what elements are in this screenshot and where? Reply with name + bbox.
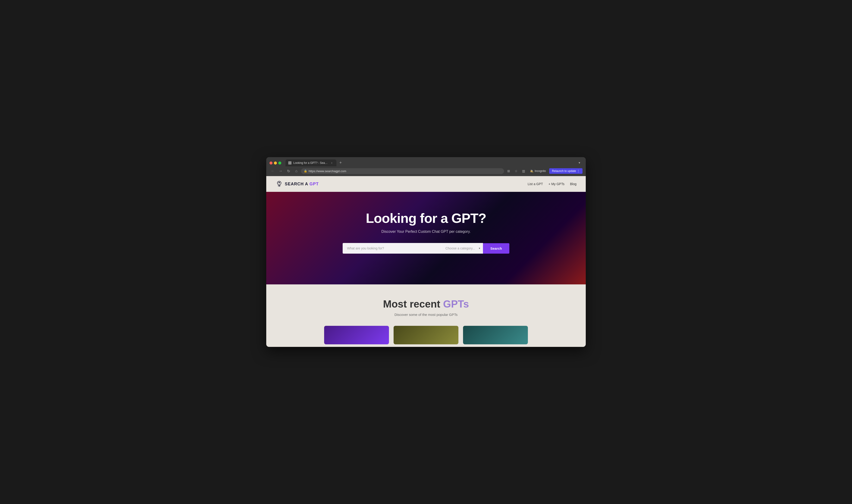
category-select[interactable]: Choose a category... Writing Productivit… (441, 243, 483, 254)
relaunch-button[interactable]: Relaunch to update ⋮ (549, 168, 583, 174)
relaunch-more-icon: ⋮ (577, 169, 580, 173)
tab-favicon (288, 161, 291, 164)
card-placeholder-3[interactable] (463, 326, 528, 344)
close-button[interactable] (269, 162, 272, 164)
logo-icon (276, 180, 283, 188)
logo[interactable]: SEARCH A GPT (276, 180, 319, 188)
logo-text: SEARCH A GPT (285, 182, 319, 186)
recent-subtitle: Discover some of the most popular GPTs (276, 313, 576, 317)
relaunch-label: Relaunch to update (552, 169, 576, 173)
logo-text-part1: SEARCH A (285, 182, 309, 186)
reload-button[interactable]: ↻ (285, 168, 292, 174)
maximize-button[interactable] (278, 162, 281, 164)
url-security-icon: 🔒 (304, 169, 307, 173)
site-nav: List a GPT + My GPTs Blog (528, 182, 576, 186)
search-form: Choose a category... Writing Productivit… (343, 243, 509, 254)
hero-section: Looking for a GPT? Discover Your Perfect… (266, 192, 586, 284)
translate-icon[interactable]: ⊞ (505, 168, 512, 174)
incognito-label: Incognito (535, 169, 546, 173)
incognito-badge: 🕵 Incognito (528, 168, 548, 174)
back-button[interactable]: ← (269, 168, 276, 174)
browser-chrome: Looking for a GPT? - Search × + ▾ ← → ↻ … (266, 157, 586, 176)
hero-title: Looking for a GPT? (366, 210, 486, 226)
logo-text-gpt: GPT (309, 182, 319, 186)
svg-point-4 (279, 182, 280, 182)
traffic-lights (269, 162, 281, 164)
bookmark-icon[interactable]: ☆ (513, 168, 519, 174)
minimize-button[interactable] (274, 162, 277, 164)
nav-my-gpts[interactable]: + My GPTs (549, 182, 565, 186)
url-bar[interactable]: 🔒 https://www.searchagpt.com (301, 168, 504, 174)
card-placeholder-2[interactable] (394, 326, 458, 344)
browser-window: Looking for a GPT? - Search × + ▾ ← → ↻ … (266, 157, 586, 347)
recent-title-accent: GPTs (443, 298, 469, 310)
site-header: SEARCH A GPT List a GPT + My GPTs Blog (266, 176, 586, 192)
search-button[interactable]: Search (483, 243, 509, 254)
url-text: https://www.searchagpt.com (308, 169, 347, 173)
cards-row (276, 326, 576, 344)
hero-subtitle: Discover Your Perfect Custom Chat GPT pe… (381, 230, 471, 234)
forward-button[interactable]: → (277, 168, 284, 174)
recent-title-part1: Most recent (383, 298, 443, 310)
new-tab-button[interactable]: + (337, 159, 344, 166)
tab-dropdown-button[interactable]: ▾ (576, 159, 583, 166)
nav-list-gpt[interactable]: List a GPT (528, 182, 543, 186)
search-input[interactable] (343, 243, 441, 254)
page-content: SEARCH A GPT List a GPT + My GPTs Blog L… (266, 176, 586, 347)
tab-title: Looking for a GPT? - Search (293, 161, 328, 164)
sidebar-icon[interactable]: ▥ (520, 168, 527, 174)
home-button[interactable]: ⌂ (293, 168, 300, 174)
title-bar: Looking for a GPT? - Search × + ▾ (266, 157, 586, 166)
category-wrapper: Choose a category... Writing Productivit… (441, 243, 483, 254)
card-placeholder-1[interactable] (324, 326, 389, 344)
incognito-icon: 🕵 (530, 169, 533, 173)
recent-title: Most recent GPTs (276, 298, 576, 310)
toolbar-right: ⊞ ☆ ▥ 🕵 Incognito Relaunch to update ⋮ (505, 168, 583, 174)
nav-blog[interactable]: Blog (570, 182, 576, 186)
tab-close-button[interactable]: × (330, 161, 334, 165)
active-tab[interactable]: Looking for a GPT? - Search × (285, 159, 336, 166)
address-bar: ← → ↻ ⌂ 🔒 https://www.searchagpt.com ⊞ ☆… (266, 166, 586, 176)
tab-bar: Looking for a GPT? - Search × + ▾ (285, 159, 583, 166)
recent-section: Most recent GPTs Discover some of the mo… (266, 284, 586, 347)
